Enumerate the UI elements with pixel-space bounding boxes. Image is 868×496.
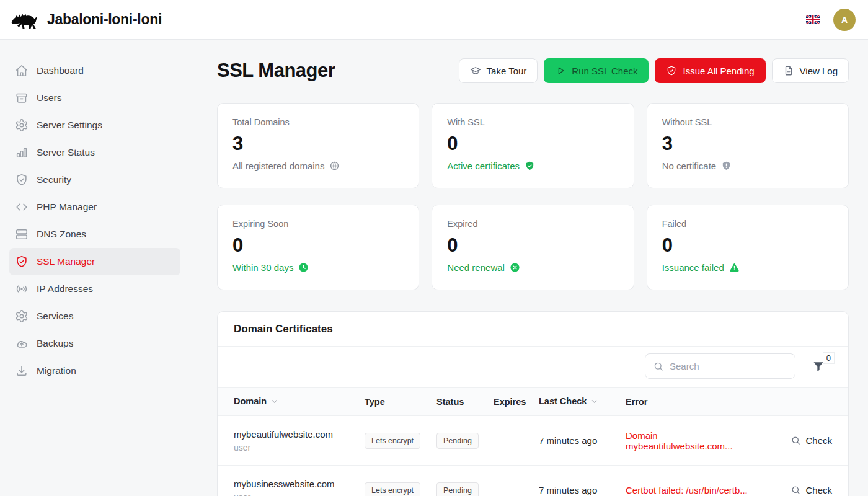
stat-card-total-domains: Total Domains 3 All registered domains bbox=[217, 103, 419, 188]
check-button[interactable]: Check bbox=[761, 485, 848, 495]
error-message: Certbot failed: /usr/bin/certb... bbox=[626, 485, 748, 495]
sidebar-item-dashboard[interactable]: Dashboard bbox=[9, 57, 180, 84]
stat-card-expiring-soon: Expiring Soon 0 Within 30 days bbox=[217, 205, 419, 290]
last-check-cell: 7 minutes ago bbox=[539, 466, 626, 496]
server-stack-icon bbox=[15, 228, 29, 241]
column-header-error[interactable]: Error bbox=[626, 388, 761, 416]
play-icon bbox=[555, 65, 566, 76]
cloud-upload-icon bbox=[15, 337, 29, 350]
sidebar-item-users[interactable]: Users bbox=[9, 84, 180, 112]
topbar: Jabaloni-loni-loni A bbox=[0, 0, 868, 40]
take-tour-button[interactable]: Take Tour bbox=[459, 58, 538, 83]
main-content: SSL Manager Take Tour Run SSL Check Issu… bbox=[190, 40, 868, 496]
column-header-status[interactable]: Status bbox=[436, 388, 494, 416]
issue-all-pending-button[interactable]: Issue All Pending bbox=[655, 58, 765, 83]
certificates-table: Domain Type Status Expires Last Check Er… bbox=[218, 388, 848, 496]
warning-triangle-icon bbox=[729, 262, 740, 273]
column-header-last-check[interactable]: Last Check bbox=[539, 388, 626, 416]
shield-check-icon bbox=[15, 255, 29, 268]
domain-certificates-panel: Domain Certificates 0 bbox=[217, 311, 849, 496]
gear-icon bbox=[15, 309, 29, 323]
stat-card-expired: Expired 0 Need renewal bbox=[432, 205, 634, 290]
search-icon bbox=[790, 435, 801, 446]
table-row: mybusinesswebsite.com user Lets encrypt … bbox=[218, 466, 848, 496]
user-avatar[interactable]: A bbox=[833, 9, 856, 31]
x-circle-icon bbox=[510, 262, 520, 273]
search-icon bbox=[790, 485, 801, 495]
column-header-expires[interactable]: Expires bbox=[494, 388, 539, 416]
shield-check-icon bbox=[15, 173, 29, 187]
graduation-cap-icon bbox=[470, 65, 481, 76]
sidebar-item-services[interactable]: Services bbox=[9, 303, 180, 330]
type-badge: Lets encrypt bbox=[365, 482, 420, 496]
domain-name: mybusinesswebsite.com bbox=[234, 479, 365, 489]
chevron-down-icon bbox=[590, 397, 598, 407]
sidebar-item-migration[interactable]: Migration bbox=[9, 357, 180, 384]
boar-logo-icon bbox=[9, 8, 41, 32]
code-icon bbox=[15, 200, 29, 214]
sidebar-item-ssl-manager[interactable]: SSL Manager bbox=[9, 248, 180, 275]
column-header-actions bbox=[761, 388, 848, 416]
box-icon bbox=[15, 91, 29, 105]
chevron-down-icon bbox=[270, 397, 278, 407]
table-row: mybeautifulwebsite.com user Lets encrypt… bbox=[218, 416, 848, 466]
table-header-row: Domain Type Status Expires Last Check Er… bbox=[218, 388, 848, 416]
search-icon bbox=[653, 361, 664, 372]
document-icon bbox=[783, 65, 794, 76]
domain-user: user bbox=[234, 492, 365, 496]
stat-card-failed: Failed 0 Issuance failed bbox=[647, 205, 849, 290]
view-log-button[interactable]: View Log bbox=[772, 58, 849, 83]
last-check-cell: 7 minutes ago bbox=[539, 416, 626, 466]
expires-cell bbox=[494, 416, 539, 466]
download-icon bbox=[15, 364, 29, 378]
shield-alert-icon bbox=[721, 161, 732, 171]
shield-check-icon bbox=[666, 65, 677, 76]
search-box[interactable] bbox=[645, 353, 795, 379]
sidebar-item-security[interactable]: Security bbox=[9, 166, 180, 193]
sidebar-item-dns-zones[interactable]: DNS Zones bbox=[9, 221, 180, 248]
sidebar-item-backups[interactable]: Backups bbox=[9, 330, 180, 357]
bar-chart-icon bbox=[15, 146, 29, 159]
sidebar-item-server-status[interactable]: Server Status bbox=[9, 139, 180, 166]
domain-name: mybeautifulwebsite.com bbox=[234, 429, 365, 440]
status-badge: Pending bbox=[436, 433, 479, 449]
filter-count-badge: 0 bbox=[823, 352, 835, 364]
globe-icon bbox=[329, 161, 340, 171]
sidebar-item-php-manager[interactable]: PHP Manager bbox=[9, 193, 180, 221]
sidebar-item-ip-addresses[interactable]: IP Addresses bbox=[9, 275, 180, 303]
domain-user: user bbox=[234, 443, 365, 453]
gear-icon bbox=[15, 118, 29, 132]
page-title: SSL Manager bbox=[217, 60, 335, 82]
type-badge: Lets encrypt bbox=[365, 433, 420, 449]
brand-title: Jabaloni-loni-loni bbox=[47, 11, 162, 28]
check-button[interactable]: Check bbox=[761, 435, 848, 446]
clock-icon bbox=[298, 262, 309, 273]
column-header-domain[interactable]: Domain bbox=[218, 388, 365, 416]
sidebar-item-server-settings[interactable]: Server Settings bbox=[9, 112, 180, 139]
panel-title: Domain Certificates bbox=[218, 312, 848, 347]
filter-button[interactable]: 0 bbox=[812, 360, 825, 373]
stat-card-without-ssl: Without SSL 3 No certificate bbox=[647, 103, 849, 188]
error-message: Domain mybeautifulwebsite.com... bbox=[626, 430, 733, 451]
search-input[interactable] bbox=[670, 361, 787, 371]
language-flag-icon[interactable] bbox=[806, 15, 820, 24]
broadcast-icon bbox=[15, 282, 29, 296]
status-badge: Pending bbox=[436, 482, 479, 496]
sidebar: Dashboard Users Server Settings Server S… bbox=[0, 40, 190, 496]
expires-cell bbox=[494, 466, 539, 496]
home-icon bbox=[15, 64, 29, 78]
column-header-type[interactable]: Type bbox=[365, 388, 436, 416]
run-ssl-check-button[interactable]: Run SSL Check bbox=[544, 58, 649, 83]
stat-card-with-ssl: With SSL 0 Active certificates bbox=[432, 103, 634, 188]
shield-check-badge-icon bbox=[525, 161, 535, 171]
stat-cards: Total Domains 3 All registered domains W… bbox=[217, 103, 849, 290]
